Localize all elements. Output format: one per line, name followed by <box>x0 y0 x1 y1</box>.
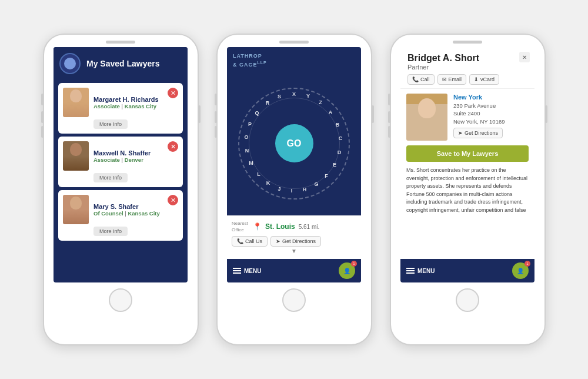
profile-action-btns: 📞 Call ✉ Email ⬇ vCard <box>407 74 527 85</box>
directions-icon: ➤ <box>458 130 463 136</box>
alphabet-wheel[interactable]: X Y Z A B C D E F G H I J K L <box>238 88 350 200</box>
letter-b: B <box>336 122 340 128</box>
call-us-btn[interactable]: 📞 Call Us <box>232 236 268 247</box>
lawyer-card-1-row: Margaret H. Richards Associate | Kansas … <box>63 88 178 117</box>
lawyer-card-2: Maxwell N. Shaffer Associate | Denver ✕ … <box>58 137 183 187</box>
lawyer-role-text-3: Of Counsel <box>93 210 123 217</box>
lawyer-name-2: Maxwell N. Shaffer <box>93 149 163 157</box>
address-line2: Suite 2400 <box>453 110 480 117</box>
email-icon: ✉ <box>442 77 447 82</box>
lawyer-role-3: Of Counsel | Kansas City <box>93 210 163 217</box>
hamburger-line-1 <box>233 268 241 269</box>
directions-label: Get Directions <box>465 130 498 136</box>
email-btn[interactable]: ✉ Email <box>437 74 467 85</box>
saved-lawyers-title: My Saved Lawyers <box>86 59 160 68</box>
get-directions-profile-btn[interactable]: ➤ Get Directions <box>453 128 503 138</box>
lawyer-name-3: Mary S. Shafer <box>93 203 163 210</box>
address-line1: 230 Park Avenue <box>453 102 496 109</box>
logo-text: LATHROP & GAGELLP <box>233 53 355 68</box>
close-profile-btn[interactable]: ✕ <box>519 52 530 62</box>
letter-y: Y <box>306 93 310 99</box>
letter-z: Z <box>319 99 322 105</box>
nearest-office-panel: Nearest Office 📍 St. Louis 5.61 mi. 📞 Ca… <box>227 215 361 259</box>
letter-d: D <box>338 149 342 155</box>
call-btn[interactable]: 📞 Call <box>407 74 435 85</box>
more-info-btn-3[interactable]: More Info <box>93 227 128 236</box>
badge-2: 1 <box>351 261 357 267</box>
letter-a: A <box>329 109 333 115</box>
hamburger-line-3 <box>233 272 241 274</box>
letter-i: I <box>291 188 293 194</box>
letter-e: E <box>333 162 336 168</box>
hamburger-line-3-3 <box>406 272 415 274</box>
hamburger-line-2-3 <box>406 270 415 271</box>
saved-lawyers-icon-3[interactable]: 👤 1 <box>512 262 529 279</box>
phone-3-home-btn[interactable] <box>456 288 479 312</box>
lawyer-card-2-row: Maxwell N. Shaffer Associate | Denver ✕ <box>63 141 178 171</box>
lawyer-city-1: Kansas City <box>125 103 156 109</box>
get-directions-btn[interactable]: ➤ Get Directions <box>270 236 321 247</box>
lawyer-card-3-row: Mary S. Shafer Of Counsel | Kansas City … <box>63 195 178 224</box>
menu-left-2[interactable]: MENU <box>233 268 261 274</box>
face-1 <box>70 89 82 102</box>
alphabet-wheel-area: X Y Z A B C D E F G H I J K L <box>227 71 361 215</box>
menu-bar-2: MENU 👤 1 <box>227 259 361 282</box>
saved-lawyers-header: My Saved Lawyers <box>54 47 188 80</box>
location-info: New York 230 Park Avenue Suite 2400 New … <box>453 94 529 141</box>
remove-lawyer-1[interactable]: ✕ <box>168 88 178 98</box>
profile-address: 230 Park Avenue Suite 2400 New York, NY … <box>453 102 529 125</box>
call-label: Call <box>420 77 430 82</box>
letter-x: X <box>292 91 296 97</box>
menu-left-3[interactable]: MENU <box>406 268 435 274</box>
lawyer-bio: Ms. Short concentrates her practice on t… <box>406 167 529 214</box>
badge-3: 1 <box>524 261 530 267</box>
office-distance: 5.61 mi. <box>299 224 320 230</box>
lawyer-info-2: Maxwell N. Shaffer Associate | Denver <box>93 149 163 163</box>
remove-lawyer-3[interactable]: ✕ <box>168 195 178 205</box>
remove-lawyer-2[interactable]: ✕ <box>168 141 178 152</box>
menu-label-2: MENU <box>244 268 261 274</box>
phone-3: Bridget A. Short Partner ✕ 📞 Call ✉ Emai… <box>390 34 546 345</box>
lawyer-profile-header: Bridget A. Short Partner ✕ 📞 Call ✉ Emai… <box>400 47 534 89</box>
lawyer-city-3: Kansas City <box>128 210 159 217</box>
phone-2-speaker <box>279 41 309 44</box>
more-info-btn-2[interactable]: More Info <box>93 173 128 182</box>
arrow-icon: ➤ <box>276 238 280 244</box>
lawyer-role-1: Associate | Kansas City <box>93 103 163 109</box>
phone-1-home-btn[interactable] <box>109 288 132 312</box>
lawyer-role-text-2: Associate <box>93 157 120 163</box>
phone-1-screen: My Saved Lawyers Margaret H. Richards As… <box>54 47 188 282</box>
phone-1: My Saved Lawyers Margaret H. Richards As… <box>43 34 199 345</box>
more-info-btn-1[interactable]: More Info <box>93 119 128 129</box>
hamburger-line-2 <box>233 270 241 271</box>
letter-m: M <box>249 160 253 166</box>
vcard-label: vCard <box>480 77 495 82</box>
hamburger-icon <box>233 268 241 274</box>
vcard-btn[interactable]: ⬇ vCard <box>469 74 499 85</box>
letter-h: H <box>303 187 307 192</box>
location-row: New York 230 Park Avenue Suite 2400 New … <box>406 94 529 141</box>
phones-container: My Saved Lawyers Margaret H. Richards As… <box>43 34 546 345</box>
logo-line1: LATHROP <box>233 53 262 59</box>
go-button[interactable]: GO <box>275 124 313 162</box>
address-line3: New York, NY 10169 <box>453 118 505 125</box>
lawyer-profile-body: New York 230 Park Avenue Suite 2400 New … <box>400 89 534 259</box>
lawyer-photo-2 <box>63 141 89 171</box>
saved-lawyers-icon-2[interactable]: 👤 1 <box>339 262 355 279</box>
phone-1-speaker <box>106 41 135 44</box>
phone-3-speaker <box>453 41 482 44</box>
lawyer-card-1: Margaret H. Richards Associate | Kansas … <box>58 83 183 134</box>
user-avatar <box>59 53 81 74</box>
letter-q: Q <box>255 110 259 116</box>
letter-p: P <box>248 121 252 127</box>
face-3 <box>70 197 82 210</box>
letter-k: K <box>266 180 270 186</box>
lawyer-role-text-1: Associate <box>93 103 120 109</box>
office-action-btns: 📞 Call Us ➤ Get Directions <box>232 236 356 247</box>
phone-2-home-btn[interactable] <box>282 288 306 312</box>
save-to-my-lawyers-btn[interactable]: Save to My Lawyers <box>406 145 529 162</box>
lawyer-role-2: Associate | Denver <box>93 157 163 163</box>
lawyer-profile-title: Partner <box>407 64 527 71</box>
email-label: Email <box>449 77 462 82</box>
letter-g: G <box>314 181 318 187</box>
